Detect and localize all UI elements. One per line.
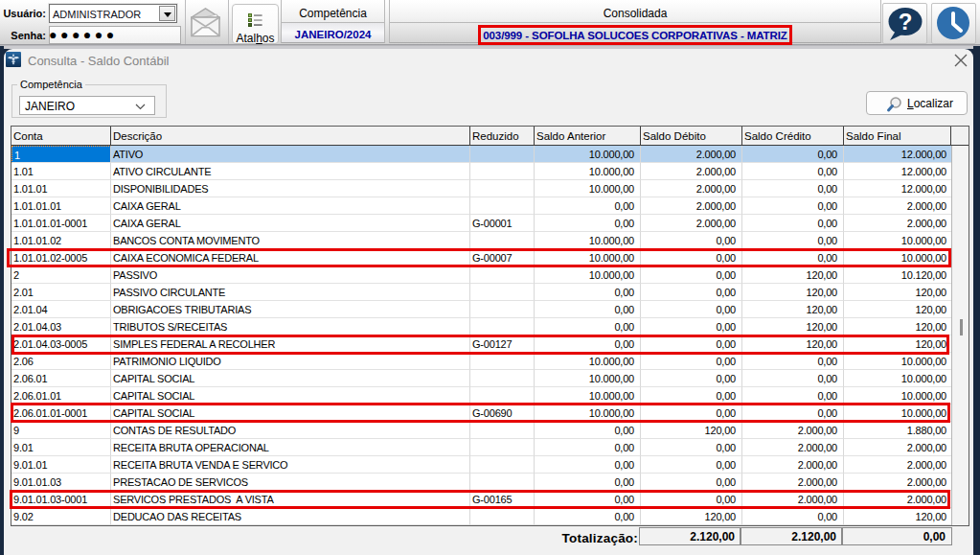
svg-text:?: ? — [899, 9, 913, 35]
